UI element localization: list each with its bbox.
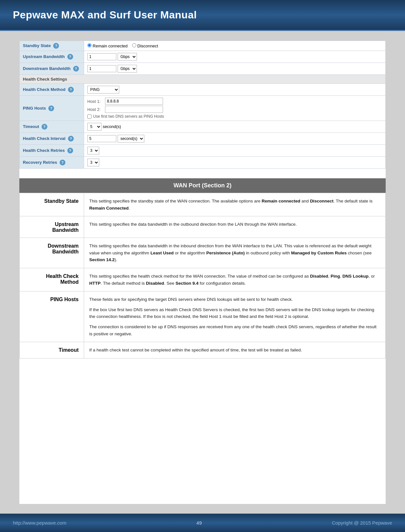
help-icon-hc-interval[interactable]: ? [68,136,74,142]
table-row: PING Hosts ? Host 1: Host 2: Use first t… [20,96,386,121]
hc-method-select[interactable]: PING Disabled DNS Lookup HTTP [87,86,119,94]
health-check-section-header: Health Check Settings [20,75,386,84]
table-row: Recovery Retries ? 3 1 2 5 [20,157,386,169]
field-value-downstream: Gbps Mbps Kbps [84,63,386,75]
radio-disconnect[interactable]: Disconnect [132,44,158,48]
wan-term-row: UpstreamBandwidth This setting specifies… [20,216,386,238]
main-content: Standby State ? Remain connected Disconn… [19,41,386,504]
recovery-retries-select[interactable]: 3 1 2 5 [87,159,99,166]
table-row: Health Check Settings [20,75,386,84]
field-label-hc-interval: Health Check Interval ? [20,133,84,145]
hc-interval-input[interactable] [87,135,116,142]
wan-terms-table: Standby State This setting specifies the… [19,193,386,359]
dns-checkbox-label: Use first two DNS servers as PING Hosts [93,114,164,119]
help-icon-downstream[interactable]: ? [73,66,79,72]
wan-desc-ping-hosts: These fields are for specifying the targ… [84,291,386,342]
host2-input[interactable] [105,106,163,113]
wan-term-row: DownstreamBandwidth This setting specifi… [20,238,386,268]
wan-term-timeout: Timeout [20,342,84,359]
wan-desc-upstream: This setting specifies the data bandwidt… [84,216,386,238]
table-row: Upstream Bandwidth ? Gbps Mbps Kbps [20,51,386,63]
field-value-recovery-retries: 3 1 2 5 [84,157,386,169]
field-value-timeout: 5 10 15 20 second(s) [84,121,386,133]
help-icon-recovery-retries[interactable]: ? [60,160,65,165]
table-row: Health Check Retries ? 3 1 2 5 [20,145,386,157]
wan-term-row: Timeout If a health check test cannot be… [20,342,386,359]
wan-desc-timeout: If a health check test cannot be complet… [84,342,386,359]
field-label-hc-method: Health Check Method ? [20,84,84,96]
wan-term-ping-hosts: PING Hosts [20,291,84,342]
footer-page: 49 [197,520,202,526]
upstream-unit-select[interactable]: Gbps Mbps Kbps [118,53,137,61]
hc-retries-select[interactable]: 3 1 2 5 [87,147,99,154]
timeout-unit-label: second(s) [103,124,121,129]
ping-host1-row: Host 1: [87,98,382,105]
help-icon-standby[interactable]: ? [53,43,59,49]
field-label-upstream: Upstream Bandwidth ? [20,51,84,63]
help-icon-hc-method[interactable]: ? [68,87,74,93]
page-footer: http://www.pepwave.com 49 Copyright @ 20… [0,514,405,532]
wan-desc-standby: This setting specifies the standby state… [84,193,386,216]
dns-checkbox-row: Use first two DNS servers as PING Hosts [87,114,382,119]
table-row: Health Check Interval ? second(s) minute… [20,133,386,145]
settings-table: Standby State ? Remain connected Disconn… [19,41,386,169]
upstream-value-input[interactable] [87,53,116,60]
host2-label: Host 2: [87,107,105,112]
field-label-hc-retries: Health Check Retries ? [20,145,84,157]
ping-host2-row: Host 2: [87,106,382,113]
table-row: Downstream Bandwidth ? Gbps Mbps Kbps [20,63,386,75]
field-label-timeout: Timeout ? [20,121,84,133]
field-label-standby: Standby State ? [20,41,84,51]
help-icon-ping-hosts[interactable]: ? [48,105,54,111]
timeout-value-select[interactable]: 5 10 15 20 [87,123,101,131]
wan-term-row: Standby State This setting specifies the… [20,193,386,216]
table-row: Standby State ? Remain connected Disconn… [20,41,386,51]
field-value-standby: Remain connected Disconnect [84,41,386,51]
wan-term-row: PING Hosts These fields are for specifyi… [20,291,386,342]
field-value-hc-method: PING Disabled DNS Lookup HTTP [84,84,386,96]
field-value-hc-interval: second(s) minute(s) [84,133,386,145]
field-value-hc-retries: 3 1 2 5 [84,145,386,157]
field-value-upstream: Gbps Mbps Kbps [84,51,386,63]
radio-remain-connected[interactable]: Remain connected [87,44,129,48]
wan-term-upstream: UpstreamBandwidth [20,216,84,238]
field-label-downstream: Downstream Bandwidth ? [20,63,84,75]
table-row: Health Check Method ? PING Disabled DNS … [20,84,386,96]
help-icon-timeout[interactable]: ? [42,124,47,130]
use-dns-checkbox[interactable] [87,114,92,119]
wan-term-downstream: DownstreamBandwidth [20,238,84,268]
table-row: Timeout ? 5 10 15 20 second(s) [20,121,386,133]
hc-interval-unit-select[interactable]: second(s) minute(s) [118,135,144,143]
footer-url: http://www.pepwave.com [13,520,66,526]
help-icon-hc-retries[interactable]: ? [67,148,73,153]
page-title: Pepwave MAX and Surf User Manual [13,9,392,21]
host1-input[interactable] [105,98,163,105]
wan-desc-downstream: This setting specifies the data bandwidt… [84,238,386,268]
footer-copyright: Copyright @ 2015 Pepwave [332,520,392,526]
wan-term-row: Health CheckMethod This setting specifie… [20,268,386,291]
field-label-recovery-retries: Recovery Retries ? [20,157,84,169]
wan-desc-hc-method: This setting specifies the health check … [84,268,386,291]
host1-label: Host 1: [87,99,105,104]
field-value-ping-hosts: Host 1: Host 2: Use first two DNS server… [84,96,386,121]
downstream-value-input[interactable] [87,65,116,72]
wan-term-hc-method: Health CheckMethod [20,268,84,291]
wan-section-header: WAN Port (Section 2) [19,178,386,193]
wan-term-standby: Standby State [20,193,84,216]
field-label-ping-hosts: PING Hosts ? [20,96,84,121]
page-header: Pepwave MAX and Surf User Manual [0,0,405,31]
help-icon-upstream[interactable]: ? [67,54,73,60]
wan-port-section: WAN Port (Section 2) Standby State This … [19,178,386,359]
downstream-unit-select[interactable]: Gbps Mbps Kbps [118,65,137,73]
